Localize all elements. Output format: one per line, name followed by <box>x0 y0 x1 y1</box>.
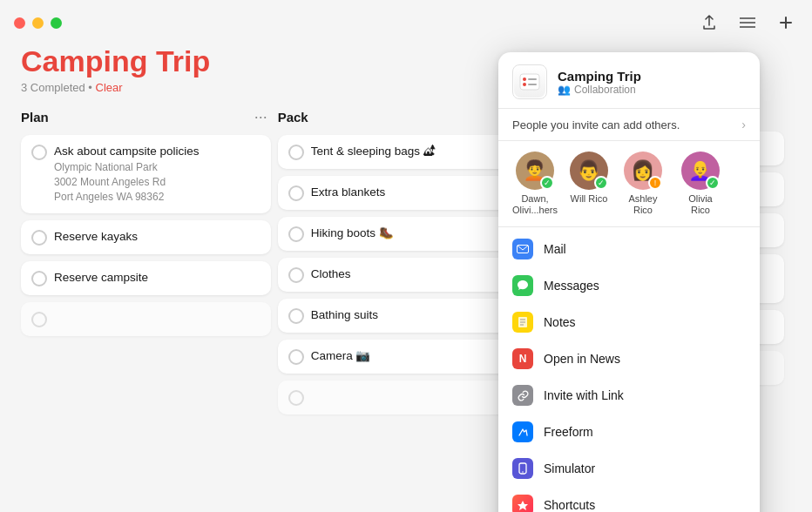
task-label: Tent & sleeping bags 🏕 <box>311 144 436 160</box>
avatar-label-olivia: Olivia Rico <box>678 193 723 216</box>
share-popup: Camping Trip 👥 Collaboration People you … <box>498 52 760 512</box>
invite-text: People you invite can add others. <box>512 118 680 131</box>
task-checkbox[interactable] <box>288 185 304 201</box>
column-plan: Plan ··· Ask about campsite policies Oly… <box>21 108 278 491</box>
task-label: Hiking boots 🥾 <box>311 226 394 242</box>
view-options-button[interactable] <box>735 10 760 35</box>
task-checkbox[interactable] <box>31 271 47 286</box>
share-button[interactable] <box>697 10 721 35</box>
task-checkbox[interactable] <box>31 145 47 160</box>
freeform-icon <box>512 421 533 442</box>
task-label: Reserve campsite <box>54 270 148 286</box>
task-checkbox <box>31 312 47 327</box>
task-checkbox[interactable] <box>288 145 304 160</box>
fullscreen-button[interactable] <box>51 17 62 29</box>
svg-rect-3 <box>520 74 539 90</box>
link-icon <box>512 385 533 406</box>
task-card-plan-empty[interactable] <box>21 302 271 336</box>
menu-item-simulator[interactable]: Simulator <box>498 450 760 487</box>
task-card-reserve-kayaks[interactable]: Reserve kayaks <box>21 220 271 254</box>
completed-count: 3 Completed <box>21 81 85 94</box>
task-checkbox[interactable] <box>288 308 304 324</box>
column-menu-plan[interactable]: ··· <box>251 108 271 126</box>
avatar-badge-will: ✓ <box>594 176 608 190</box>
messages-label: Messages <box>544 279 599 293</box>
menu-item-freeform[interactable]: Freeform <box>498 414 760 450</box>
avatar-dawn[interactable]: 🧑‍🦱 ✓ Dawn,Olivi...hers <box>512 152 558 216</box>
simulator-icon <box>512 458 533 479</box>
svg-point-5 <box>523 83 526 86</box>
avatar-badge-dawn: ✓ <box>540 176 554 190</box>
minimize-button[interactable] <box>32 17 44 29</box>
column-title-plan: Plan <box>21 110 49 125</box>
task-label: Clothes <box>311 266 351 283</box>
avatar-badge-ashley: ! <box>648 176 662 190</box>
mail-icon <box>512 239 533 259</box>
task-checkbox[interactable] <box>288 267 304 283</box>
task-label: Camera 📷 <box>311 348 371 365</box>
shortcuts-label: Shortcuts <box>544 498 595 512</box>
column-title-pack: Pack <box>278 110 308 125</box>
notes-icon <box>512 312 533 333</box>
column-pack: Pack ··· Tent & sleeping bags 🏕 Extra bl… <box>278 108 535 491</box>
task-card-ask-campsite[interactable]: Ask about campsite policies Olympic Nati… <box>21 135 271 212</box>
task-sublabel: Olympic National Park3002 Mount Angeles … <box>54 160 200 204</box>
svg-rect-6 <box>528 78 537 80</box>
popup-header: Camping Trip 👥 Collaboration <box>498 52 760 109</box>
notes-label: Notes <box>544 315 576 329</box>
invite-row[interactable]: People you invite can add others. › <box>498 109 760 141</box>
simulator-label: Simulator <box>544 461 595 475</box>
task-card-bathing-suits[interactable]: Bathing suits <box>278 299 528 333</box>
avatar-olivia[interactable]: 👩‍🦲 ✓ Olivia Rico <box>678 152 723 216</box>
task-card-clothes[interactable]: Clothes <box>278 258 528 292</box>
clear-button[interactable]: Clear <box>96 81 123 94</box>
task-checkbox[interactable] <box>288 226 304 242</box>
popup-title-area: Camping Trip 👥 Collaboration <box>558 69 641 96</box>
titlebar <box>0 0 812 45</box>
traffic-lights <box>14 17 62 29</box>
close-button[interactable] <box>14 17 25 29</box>
chevron-right-icon: › <box>741 118 746 131</box>
freeform-label: Freeform <box>544 425 593 439</box>
popup-list-title: Camping Trip <box>558 69 641 84</box>
add-button[interactable] <box>774 10 798 35</box>
titlebar-actions <box>697 10 798 35</box>
avatar-circle-will: 👨 ✓ <box>570 152 608 190</box>
task-label: Reserve kayaks <box>54 229 138 246</box>
menu-item-shortcuts[interactable]: Shortcuts <box>498 487 760 512</box>
task-checkbox[interactable] <box>288 349 304 365</box>
avatar-badge-olivia: ✓ <box>706 176 720 190</box>
task-label: Bathing suits <box>311 307 378 324</box>
avatars-row: 🧑‍🦱 ✓ Dawn,Olivi...hers 👨 ✓ Will Rico 👩 … <box>498 141 760 227</box>
menu-item-messages[interactable]: Messages <box>498 267 760 304</box>
main-content: Camping Trip 3 Completed • Clear Plan ··… <box>0 45 812 512</box>
avatar-circle-olivia: 👩‍🦲 ✓ <box>681 152 720 190</box>
task-card-boots[interactable]: Hiking boots 🥾 <box>278 217 528 251</box>
menu-item-invite-link[interactable]: Invite with Link <box>498 377 760 414</box>
menu-item-notes[interactable]: Notes <box>498 304 760 340</box>
avatar-label-ashley: Ashley Rico <box>620 193 666 216</box>
menu-items: Mail Messages Notes N Open in News <box>498 227 760 512</box>
task-card-tent[interactable]: Tent & sleeping bags 🏕 <box>278 135 528 169</box>
avatar-ashley[interactable]: 👩 ! Ashley Rico <box>620 152 666 216</box>
news-label: Open in News <box>544 352 620 366</box>
avatar-will[interactable]: 👨 ✓ Will Rico <box>570 152 608 216</box>
avatar-label-dawn: Dawn,Olivi...hers <box>512 193 558 216</box>
task-card-pack-empty[interactable] <box>278 381 528 414</box>
avatar-label-will: Will Rico <box>571 193 608 205</box>
task-card-camera[interactable]: Camera 📷 <box>278 340 528 374</box>
svg-point-4 <box>523 77 526 81</box>
task-card-blankets[interactable]: Extra blankets <box>278 176 528 210</box>
avatar-circle-dawn: 🧑‍🦱 ✓ <box>516 152 554 190</box>
svg-rect-7 <box>528 84 537 85</box>
avatar-circle-ashley: 👩 ! <box>624 152 662 190</box>
menu-item-open-news[interactable]: N Open in News <box>498 340 760 377</box>
task-label: Extra blankets <box>311 185 386 201</box>
task-card-reserve-campsite[interactable]: Reserve campsite <box>21 261 271 295</box>
task-checkbox[interactable] <box>31 230 47 246</box>
invite-link-label: Invite with Link <box>544 388 624 402</box>
menu-item-mail[interactable]: Mail <box>498 231 760 267</box>
column-header-pack: Pack ··· <box>278 108 528 126</box>
task-label: Ask about campsite policies <box>54 144 200 160</box>
shortcuts-icon <box>512 495 533 512</box>
